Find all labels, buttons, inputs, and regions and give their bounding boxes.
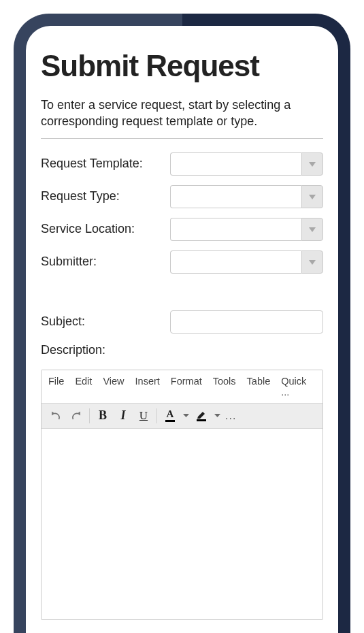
label-service-location: Service Location: [41,222,170,236]
undo-icon [50,411,61,421]
dropdown-request-type[interactable] [301,185,323,208]
menu-file[interactable]: File [48,376,64,397]
bold-button[interactable]: B [93,406,113,425]
underline-button[interactable]: U [133,406,154,425]
toolbar-more[interactable]: ... [222,410,236,422]
input-subject[interactable] [170,310,323,334]
label-subject: Subject: [41,314,170,329]
menu-view[interactable]: View [103,376,124,397]
editor-content-area[interactable] [42,429,322,619]
dropdown-request-template[interactable] [301,152,323,176]
dropdown-submitter[interactable] [301,250,323,274]
menu-insert[interactable]: Insert [135,376,160,397]
toolbar-separator [156,408,157,423]
page-title: Submit Request [41,50,323,82]
chevron-down-icon [308,193,316,200]
label-request-type: Request Type: [41,189,170,204]
italic-icon: I [120,408,125,423]
combo-service-location [170,218,323,241]
underline-icon: U [139,409,148,423]
menu-tools[interactable]: Tools [213,376,236,397]
menu-quick[interactable]: Quick ... [281,376,316,397]
combo-request-type [170,185,323,208]
row-request-template: Request Template: [41,152,323,176]
form-panel: Submit Request To enter a service reques… [26,26,338,633]
label-submitter: Submitter: [41,255,170,269]
menu-edit[interactable]: Edit [75,376,92,397]
row-service-location: Service Location: [41,218,323,241]
menu-format[interactable]: Format [171,376,202,397]
redo-button[interactable] [66,406,86,425]
chevron-down-icon [308,226,316,233]
combo-submitter [170,250,323,274]
italic-button[interactable]: I [113,406,133,425]
intro-text: To enter a service request, start by sel… [41,97,323,139]
dropdown-service-location[interactable] [301,218,323,241]
highlight-dropdown[interactable] [212,413,222,418]
combo-request-template [170,152,323,176]
input-service-location[interactable] [170,218,301,241]
row-submitter: Submitter: [41,250,323,274]
device-frame: Submit Request To enter a service reques… [14,14,350,633]
text-color-dropdown[interactable] [180,413,191,418]
editor-toolbar: B I U A ... [42,404,322,429]
chevron-down-icon [214,413,220,418]
highlight-icon [197,410,206,419]
chevron-down-icon [183,413,189,418]
row-request-type: Request Type: [41,185,323,208]
row-subject: Subject: [41,310,323,334]
undo-button[interactable] [46,406,66,425]
toolbar-separator [89,408,90,423]
label-description: Description: [41,343,323,357]
redo-icon [71,411,82,421]
bold-icon: B [99,408,107,423]
spacer [41,283,323,310]
text-color-icon: A [167,409,174,419]
chevron-down-icon [308,259,316,265]
input-request-template[interactable] [170,152,301,176]
highlight-button[interactable] [191,406,212,425]
highlight-bar [197,419,206,421]
text-color-button[interactable]: A [160,406,180,425]
text-color-bar [165,420,175,422]
menu-table[interactable]: Table [247,376,271,397]
rich-text-editor: File Edit View Insert Format Tools Table… [41,370,323,620]
label-request-template: Request Template: [41,157,170,171]
input-request-type[interactable] [170,185,301,208]
input-submitter[interactable] [170,250,301,274]
editor-menubar: File Edit View Insert Format Tools Table… [42,370,322,404]
chevron-down-icon [308,161,316,167]
